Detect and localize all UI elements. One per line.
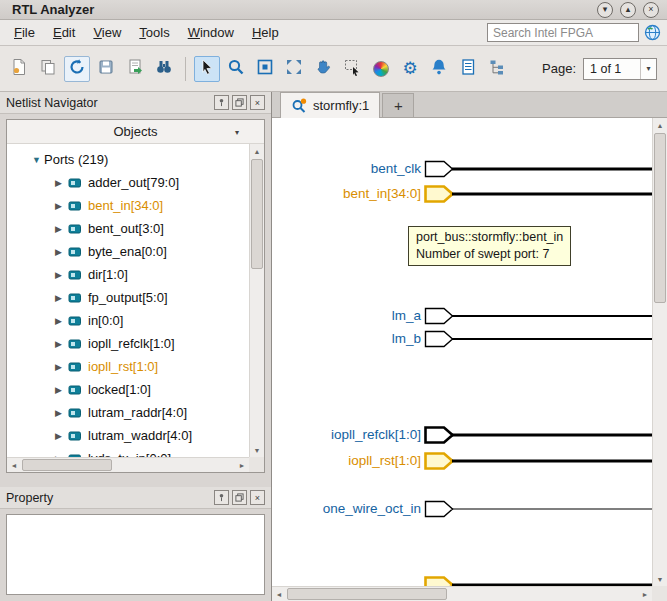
objects-filter-dropdown-icon[interactable]: ▾ [229, 124, 245, 140]
input-port-symbol[interactable] [424, 330, 454, 348]
report-button[interactable] [455, 56, 481, 82]
expand-arrow-icon[interactable]: ▶ [51, 385, 66, 395]
close-panel-button[interactable]: × [250, 490, 265, 505]
pin-button[interactable] [214, 490, 229, 505]
expand-arrow-icon[interactable]: ▶ [51, 178, 66, 188]
schematic-port-one_wire_oct_in[interactable]: one_wire_oct_in [272, 500, 652, 518]
scrollbar-thumb[interactable] [22, 459, 112, 471]
input-port-symbol-highlighted[interactable] [424, 576, 454, 586]
tree-item[interactable]: ▶ locked[1:0] [7, 378, 249, 401]
expand-arrow-icon[interactable]: ▶ [51, 408, 66, 418]
tab-stormfly[interactable]: stormfly:1 [280, 92, 380, 118]
objects-column-header[interactable]: Objects ▾ [7, 120, 264, 144]
scroll-left-icon[interactable]: ◄ [272, 587, 286, 601]
fit-view-button[interactable] [252, 56, 278, 82]
area-select-button[interactable] [339, 56, 365, 82]
menu-help[interactable]: Help [244, 22, 287, 43]
menu-view[interactable]: View [85, 22, 129, 43]
tree-vertical-scrollbar[interactable]: ▲ ▼ [249, 144, 264, 457]
minimize-button[interactable]: ▾ [597, 2, 613, 18]
wire[interactable] [452, 338, 652, 340]
menu-edit[interactable]: Edit [45, 22, 83, 43]
expand-arrow-icon[interactable]: ▶ [51, 362, 66, 372]
tree-item[interactable]: ▶ bent_in[34:0] [7, 194, 249, 217]
scrollbar-thumb[interactable] [287, 588, 447, 600]
schematic-port-lm_a[interactable]: lm_a [272, 307, 652, 325]
search-input[interactable] [487, 23, 639, 42]
expand-arrow-icon[interactable]: ▶ [51, 224, 66, 234]
schematic-port-iopll_rst[interactable]: iopll_rst[1:0] [272, 452, 652, 470]
save-button[interactable] [93, 56, 119, 82]
hierarchy-button[interactable] [484, 56, 510, 82]
page-selector[interactable]: 1 of 1 ▾ [583, 58, 657, 80]
find-button[interactable] [151, 56, 177, 82]
scrollbar-thumb[interactable] [654, 133, 666, 303]
input-port-symbol[interactable] [424, 500, 454, 518]
zoom-tool-button[interactable] [223, 56, 249, 82]
float-button[interactable] [232, 490, 247, 505]
tree-item[interactable]: ▶ iopll_refclk[1:0] [7, 332, 249, 355]
tree-item[interactable]: ▶ dir[1:0] [7, 263, 249, 286]
reload-netlist-button[interactable] [64, 56, 90, 82]
tree-item[interactable]: ▶ fp_output[5:0] [7, 286, 249, 309]
schematic-port-partial[interactable] [272, 576, 652, 586]
expand-arrow-icon[interactable]: ▶ [51, 247, 66, 257]
menu-window[interactable]: Window [180, 22, 242, 43]
expand-arrow-icon[interactable]: ▶ [51, 201, 66, 211]
canvas-horizontal-scrollbar[interactable]: ◄ ► [272, 586, 652, 601]
export-button[interactable] [122, 56, 148, 82]
schematic-port-iopll_refclk[interactable]: iopll_refclk[1:0] [272, 426, 652, 444]
scroll-left-icon[interactable]: ◄ [7, 458, 21, 472]
schematic-port-bent_in[interactable]: bent_in[34:0] [272, 185, 652, 203]
scroll-down-icon[interactable]: ▼ [250, 443, 264, 457]
pin-button[interactable] [214, 95, 229, 110]
wire[interactable] [452, 509, 652, 510]
expand-arrow-icon[interactable]: ▶ [51, 270, 66, 280]
tree-item[interactable]: ▶ iopll_rst[1:0] [7, 355, 249, 378]
input-port-symbol-highlighted[interactable] [424, 452, 454, 470]
menu-tools[interactable]: Tools [131, 22, 177, 43]
tree-item[interactable]: ▶ adder_out[79:0] [7, 171, 249, 194]
new-file-button[interactable] [6, 56, 32, 82]
collapse-arrow-icon[interactable]: ▼ [29, 155, 44, 165]
tree-item[interactable]: ▶ lvds_tx_in[0:0] [7, 447, 249, 457]
copy-button[interactable] [35, 56, 61, 82]
settings-button[interactable]: ⚙ [397, 56, 423, 82]
schematic-port-lm_b[interactable]: lm_b [272, 330, 652, 348]
scroll-up-icon[interactable]: ▲ [250, 144, 264, 158]
scrollbar-thumb[interactable] [251, 159, 263, 269]
input-port-symbol[interactable] [424, 160, 454, 178]
scroll-up-icon[interactable]: ▲ [653, 118, 667, 132]
wire[interactable] [452, 460, 652, 463]
wire[interactable] [452, 168, 652, 171]
close-button[interactable]: × [643, 2, 659, 18]
input-port-symbol[interactable] [424, 426, 454, 444]
expand-arrow-icon[interactable]: ▶ [51, 339, 66, 349]
expand-all-button[interactable] [281, 56, 307, 82]
wire[interactable] [452, 193, 652, 196]
menu-file[interactable]: File [6, 22, 43, 43]
tree-horizontal-scrollbar[interactable]: ◄ ► [7, 457, 249, 472]
canvas-vertical-scrollbar[interactable]: ▲ ▼ [652, 118, 667, 586]
scroll-down-icon[interactable]: ▼ [653, 572, 667, 586]
tree-item[interactable]: ▶ lutram_waddr[4:0] [7, 424, 249, 447]
new-tab-button[interactable]: + [382, 93, 414, 117]
float-button[interactable] [232, 95, 247, 110]
input-port-symbol[interactable] [424, 307, 454, 325]
input-port-symbol-highlighted[interactable] [424, 185, 454, 203]
scroll-right-icon[interactable]: ► [638, 587, 652, 601]
expand-arrow-icon[interactable]: ▶ [51, 431, 66, 441]
tree-item-ports-root[interactable]: ▼ Ports (219) [7, 148, 249, 171]
tree-item[interactable]: ▶ byte_ena[0:0] [7, 240, 249, 263]
wire[interactable] [452, 434, 652, 437]
schematic-canvas[interactable]: bent_clk bent_in[34:0] port_bus::stormfl… [272, 118, 652, 586]
tree-item[interactable]: ▶ bent_out[3:0] [7, 217, 249, 240]
notifications-button[interactable] [426, 56, 452, 82]
scroll-right-icon[interactable]: ► [235, 458, 249, 472]
pan-tool-button[interactable] [310, 56, 336, 82]
tree-item[interactable]: ▶ lutram_raddr[4:0] [7, 401, 249, 424]
select-tool-button[interactable] [194, 56, 220, 82]
expand-arrow-icon[interactable]: ▶ [51, 293, 66, 303]
color-settings-button[interactable] [368, 56, 394, 82]
schematic-port-bent_clk[interactable]: bent_clk [272, 160, 652, 178]
